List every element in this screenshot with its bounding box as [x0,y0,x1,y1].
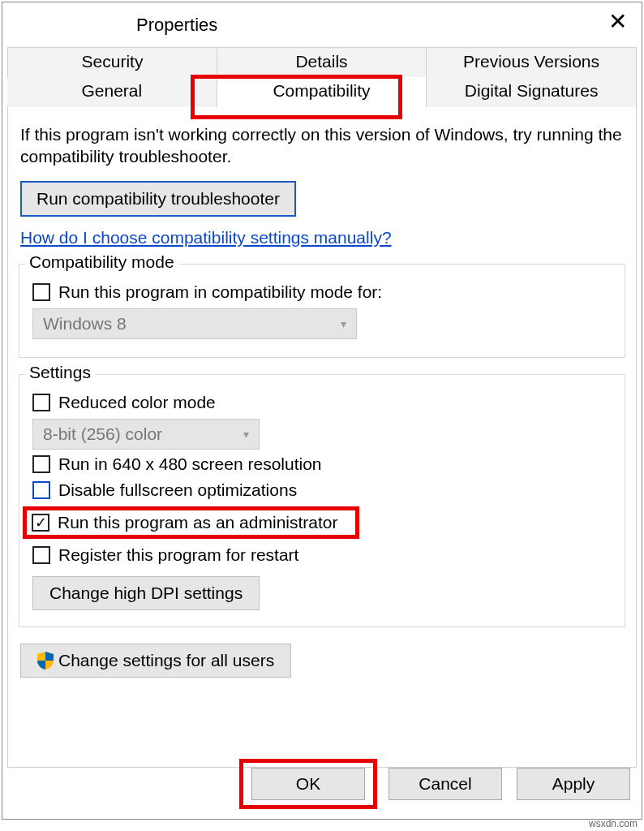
compat-mode-text: Run this program in compatibility mode f… [58,282,382,302]
tab-row-1: Security Details Previous Versions [7,47,637,79]
chevron-down-icon: ▾ [243,428,249,441]
run-640-text: Run in 640 x 480 screen resolution [58,454,322,474]
settings-label: Settings [24,363,96,382]
settings-group: Settings Reduced color mode 8-bit (256) … [19,374,625,627]
compatibility-pane: If this program isn't working correctly … [7,107,637,768]
color-value: 8-bit (256) color [43,424,162,444]
highlight-run-admin: Run this program as an administrator [23,506,359,539]
tab-previous-versions[interactable]: Previous Versions [427,48,636,78]
disable-fullscreen-text: Disable fullscreen optimizations [58,480,297,500]
intro-text: If this program isn't working correctly … [20,123,624,168]
run-admin-text: Run this program as an administrator [58,513,338,532]
compat-mode-label: Compatibility mode [24,252,179,272]
tab-security[interactable]: Security [8,48,217,78]
tab-digital-signatures[interactable]: Digital Signatures [427,77,637,107]
run-admin-checkbox[interactable] [32,514,49,532]
apply-button[interactable]: Apply [517,768,630,800]
highlight-ok: OK [239,759,377,809]
compat-mode-dropdown[interactable]: Windows 8 ▾ [32,308,357,339]
cancel-button[interactable]: Cancel [389,768,502,800]
shield-icon [37,652,54,670]
dialog-footer: OK Cancel Apply [14,759,630,809]
run-troubleshooter-button[interactable]: Run compatibility troubleshooter [20,181,296,217]
properties-window: Properties ✕ Security Details Previous V… [2,2,642,820]
disable-fullscreen-checkbox[interactable] [32,481,50,499]
help-link[interactable]: How do I choose compatibility settings m… [20,228,392,248]
color-dropdown[interactable]: 8-bit (256) color ▾ [32,419,260,450]
change-dpi-button[interactable]: Change high DPI settings [32,576,260,610]
compat-mode-value: Windows 8 [43,314,127,334]
compat-mode-group: Compatibility mode Run this program in c… [19,264,625,358]
tab-details[interactable]: Details [217,48,427,78]
tab-general[interactable]: General [7,77,217,107]
tab-compatibility[interactable]: Compatibility [217,77,427,107]
register-restart-checkbox[interactable] [32,546,50,564]
ok-button[interactable]: OK [251,768,365,800]
reduced-color-checkbox[interactable] [32,394,50,411]
watermark: wsxdn.com [589,818,638,829]
change-all-users-label: Change settings for all users [58,651,274,670]
chevron-down-icon: ▾ [341,317,346,330]
tab-row-2: General Compatibility Digital Signatures [7,77,637,107]
titlebar: Properties ✕ [2,2,642,47]
window-title: Properties [136,15,217,36]
change-all-users-button[interactable]: Change settings for all users [20,644,291,678]
compat-mode-checkbox[interactable] [32,283,50,301]
reduced-color-text: Reduced color mode [58,393,216,412]
close-icon[interactable]: ✕ [608,11,627,33]
run-640-checkbox[interactable] [32,455,50,473]
register-restart-text: Register this program for restart [58,545,298,565]
